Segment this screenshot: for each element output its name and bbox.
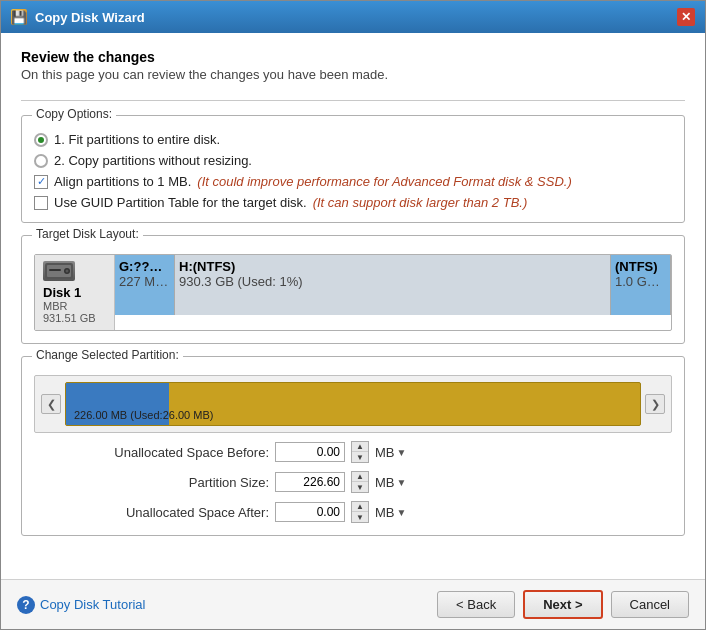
unallocated-before-label: Unallocated Space Before: [114, 445, 269, 460]
unallocated-after-label: Unallocated Space After: [114, 505, 269, 520]
spin-up[interactable]: ▲ [352, 472, 368, 482]
target-disk-section: Target Disk Layout: Disk 1 MBR [21, 235, 685, 344]
disk-partitions: G:????(NTFS 227 MB (Us... H:(NTFS) 930.3… [115, 255, 671, 315]
partition-ntfs[interactable]: (NTFS) 1.0 GB (User... [611, 255, 671, 315]
cancel-button[interactable]: Cancel [611, 591, 689, 618]
target-disk-label: Target Disk Layout: [32, 227, 143, 241]
partition-bar-container: ❮ 226.00 MB (Used:26.00 MB) ❯ [34, 375, 672, 433]
close-button[interactable]: ✕ [677, 8, 695, 26]
option3-label: Align partitions to 1 MB. [54, 174, 191, 189]
help-text: Copy Disk Tutorial [40, 597, 145, 612]
unallocated-after-spinner[interactable]: ▲ ▼ [351, 501, 369, 523]
partition-h-info: 930.3 GB (Used: 1%) [179, 274, 606, 289]
disk-size: 931.51 GB [43, 312, 96, 324]
partition-size-row: Partition Size: ▲ ▼ MB ▼ [34, 471, 406, 493]
unit-dropdown-arrow[interactable]: ▼ [397, 447, 407, 458]
partition-bar-label: 226.00 MB (Used:26.00 MB) [74, 409, 213, 421]
bar-right-arrow[interactable]: ❯ [645, 394, 665, 414]
svg-rect-4 [49, 269, 61, 271]
bar-left-arrow[interactable]: ❮ [41, 394, 61, 414]
disk-layout: Disk 1 MBR 931.51 GB G:????(NTFS 227 MB … [34, 254, 672, 331]
unallocated-after-row: Unallocated Space After: ▲ ▼ MB ▼ [34, 501, 406, 523]
unallocated-before-unit: MB ▼ [375, 445, 406, 460]
disk-info: Disk 1 MBR 931.51 GB [35, 255, 115, 330]
svg-point-3 [66, 270, 69, 273]
unit-label: MB [375, 445, 395, 460]
option4-hint: (It can support disk larger than 2 TB.) [313, 195, 528, 210]
partition-h-label: H:(NTFS) [179, 259, 606, 274]
unallocated-after-input[interactable] [275, 502, 345, 522]
change-partition-label: Change Selected Partition: [32, 348, 183, 362]
option3-checkbox[interactable]: ✓ [34, 175, 48, 189]
divider [21, 100, 685, 101]
unallocated-before-spinner[interactable]: ▲ ▼ [351, 441, 369, 463]
partition-ntfs-info: 1.0 GB (User... [615, 274, 666, 289]
unit-label: MB [375, 505, 395, 520]
dialog-window: 💾 Copy Disk Wizard ✕ Review the changes … [0, 0, 706, 630]
app-icon: 💾 [11, 9, 27, 25]
spin-down[interactable]: ▼ [352, 512, 368, 522]
option1-row: 1. Fit partitions to entire disk. [34, 132, 672, 147]
spin-up[interactable]: ▲ [352, 502, 368, 512]
unallocated-after-unit: MB ▼ [375, 505, 406, 520]
dialog-footer: ? Copy Disk Tutorial < Back Next > Cance… [1, 579, 705, 629]
copy-options-label: Copy Options: [32, 107, 116, 121]
copy-options-section: Copy Options: 1. Fit partitions to entir… [21, 115, 685, 223]
option2-radio[interactable] [34, 154, 48, 168]
page-title: Review the changes [21, 49, 685, 65]
partition-h[interactable]: H:(NTFS) 930.3 GB (Used: 1%) [175, 255, 611, 315]
partition-g-label: G:????(NTFS [119, 259, 170, 274]
option2-row: 2. Copy partitions without resizing. [34, 153, 672, 168]
spin-down[interactable]: ▼ [352, 482, 368, 492]
partition-size-unit: MB ▼ [375, 475, 406, 490]
partition-g[interactable]: G:????(NTFS 227 MB (Us... [115, 255, 175, 315]
option4-checkbox[interactable] [34, 196, 48, 210]
disk-name: Disk 1 [43, 285, 81, 300]
partition-bar-visual: 226.00 MB (Used:26.00 MB) [65, 382, 641, 426]
page-header: Review the changes On this page you can … [21, 49, 685, 82]
spin-up[interactable]: ▲ [352, 442, 368, 452]
option4-label: Use GUID Partition Table for the target … [54, 195, 307, 210]
partition-g-info: 227 MB (Us... [119, 274, 170, 289]
radio-selected-indicator [38, 137, 44, 143]
help-icon: ? [17, 596, 35, 614]
option3-hint: (It could improve performance for Advanc… [197, 174, 572, 189]
page-description: On this page you can review the changes … [21, 67, 685, 82]
option4-row: Use GUID Partition Table for the target … [34, 195, 672, 210]
partition-ntfs-label: (NTFS) [615, 259, 666, 274]
partition-size-label: Partition Size: [114, 475, 269, 490]
partition-form: Unallocated Space Before: ▲ ▼ MB ▼ Parti… [34, 441, 672, 523]
dialog-content: Review the changes On this page you can … [1, 33, 705, 579]
option1-radio[interactable] [34, 133, 48, 147]
change-partition-section: Change Selected Partition: ❮ 226.00 MB (… [21, 356, 685, 536]
disk-drive-icon [43, 261, 75, 281]
partition-size-input[interactable] [275, 472, 345, 492]
unit-dropdown-arrow[interactable]: ▼ [397, 507, 407, 518]
unit-label: MB [375, 475, 395, 490]
unit-dropdown-arrow[interactable]: ▼ [397, 477, 407, 488]
option3-row: ✓ Align partitions to 1 MB. (It could im… [34, 174, 672, 189]
back-button[interactable]: < Back [437, 591, 515, 618]
help-link[interactable]: ? Copy Disk Tutorial [17, 596, 145, 614]
title-bar: 💾 Copy Disk Wizard ✕ [1, 1, 705, 33]
next-button[interactable]: Next > [523, 590, 602, 619]
unallocated-before-row: Unallocated Space Before: ▲ ▼ MB ▼ [34, 441, 406, 463]
option2-label: 2. Copy partitions without resizing. [54, 153, 252, 168]
dialog-title: Copy Disk Wizard [35, 10, 669, 25]
unallocated-before-input[interactable] [275, 442, 345, 462]
partition-size-spinner[interactable]: ▲ ▼ [351, 471, 369, 493]
spin-down[interactable]: ▼ [352, 452, 368, 462]
option1-label: 1. Fit partitions to entire disk. [54, 132, 220, 147]
disk-type: MBR [43, 300, 67, 312]
